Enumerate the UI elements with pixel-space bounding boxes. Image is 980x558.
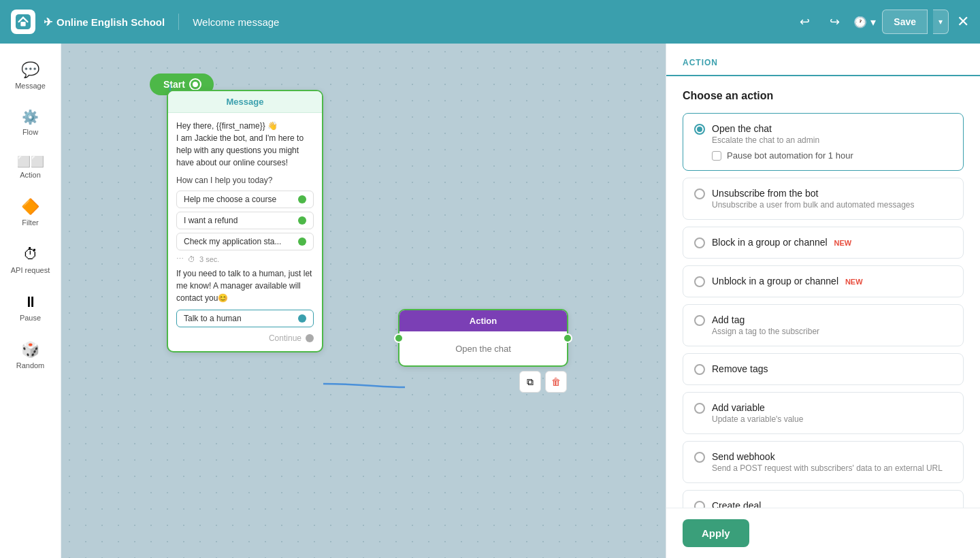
radio-send-webhook[interactable]	[694, 452, 705, 463]
option-open-chat-label: Open the chat	[712, 123, 952, 134]
message-text: Hey there, {{first_name}} 👋 I am Jackie …	[176, 120, 314, 169]
btn1-dot	[298, 216, 306, 225]
message-node[interactable]: Message Hey there, {{first_name}} 👋 I am…	[167, 90, 323, 352]
option-unblock-group-content: Unblock in a group or channel NEW	[712, 276, 952, 286]
option-add-variable[interactable]: Add variable Update a variable's value	[683, 392, 964, 434]
btn2-dot	[298, 237, 306, 246]
flow-icon: ⚙️	[22, 109, 39, 125]
header-title: Welcome message	[193, 16, 279, 28]
sidebar-item-api-label: API request	[11, 266, 50, 274]
action-node[interactable]: Action Open the chat ⧉ 🗑	[398, 309, 568, 367]
apply-button[interactable]: Apply	[683, 519, 749, 547]
random-icon: 🎲	[21, 341, 39, 359]
canvas-svg	[61, 44, 666, 558]
canvas[interactable]: Start Message Hey there, {{first_name}} …	[61, 44, 666, 558]
option-unsubscribe-content: Unsubscribe from the bot Unsubscribe a u…	[712, 188, 952, 210]
message-icon: 💬	[21, 61, 39, 79]
message-btn-1[interactable]: I want a refund	[176, 212, 314, 229]
action-node-tools: ⧉ 🗑	[519, 371, 567, 393]
option-add-tag-desc: Assign a tag to the subscriber	[712, 327, 952, 336]
option-send-webhook-content: Send webhook Send a POST request with su…	[712, 451, 952, 473]
message-question: How can I help you today?	[176, 176, 314, 185]
option-unblock-group[interactable]: Unblock in a group or channel NEW	[683, 265, 964, 297]
option-remove-tags-label: Remove tags	[712, 363, 952, 374]
option-unsubscribe[interactable]: Unsubscribe from the bot Unsubscribe a u…	[683, 178, 964, 220]
pause-automation-label: Pause bot automation for 1 hour	[727, 150, 853, 161]
sidebar-item-message[interactable]: 💬 Message	[5, 54, 56, 97]
sidebar-item-filter[interactable]: 🔶 Filter	[5, 191, 56, 233]
option-create-deal-label: Create deal	[712, 500, 952, 508]
radio-open-chat[interactable]	[694, 124, 705, 135]
close-button[interactable]: ✕	[957, 13, 969, 31]
panel-footer: Apply	[666, 508, 980, 558]
option-open-chat[interactable]: Open the chat Escalate the chat to an ad…	[683, 113, 964, 171]
sidebar-item-message-label: Message	[15, 82, 46, 90]
duplicate-node-button[interactable]: ⧉	[519, 371, 541, 393]
radio-remove-tags[interactable]	[694, 364, 705, 375]
sidebar-item-filter-label: Filter	[22, 218, 38, 227]
option-open-chat-content: Open the chat Escalate the chat to an ad…	[712, 123, 952, 145]
app-logo	[11, 10, 35, 34]
svg-rect-1	[20, 22, 25, 26]
option-add-tag[interactable]: Add tag Assign a tag to the subscriber	[683, 304, 964, 346]
redo-button[interactable]: ↪	[822, 10, 847, 34]
option-add-tag-content: Add tag Assign a tag to the subscriber	[712, 314, 952, 336]
action-node-header: Action	[399, 310, 567, 331]
option-unblock-group-label: Unblock in a group or channel NEW	[712, 276, 952, 286]
talk-btn[interactable]: Talk to a human	[176, 310, 314, 327]
sidebar-item-pause[interactable]: ⏸ Pause	[5, 286, 56, 329]
radio-unsubscribe[interactable]	[694, 188, 705, 199]
option-open-chat-sub: Pause bot automation for 1 hour	[712, 150, 952, 161]
start-dot	[191, 80, 200, 89]
action-icon: ⬜⬜	[17, 155, 44, 168]
continue-row: Continue	[176, 331, 314, 344]
save-dropdown-button[interactable]: ▾	[933, 10, 949, 34]
option-block-group-label: Block in a group or channel NEW	[712, 237, 952, 248]
radio-add-tag[interactable]	[694, 315, 705, 326]
message-btn-0[interactable]: Help me choose a course	[176, 191, 314, 208]
header: ✈ Online English School Welcome message …	[0, 0, 980, 44]
panel-section-title: Choose an action	[683, 90, 964, 102]
option-remove-tags[interactable]: Remove tags	[683, 353, 964, 385]
delete-node-button[interactable]: 🗑	[545, 371, 567, 393]
option-add-tag-label: Add tag	[712, 314, 952, 325]
message-btn-2[interactable]: Check my application sta...	[176, 233, 314, 250]
sidebar-item-api[interactable]: ⏱ API request	[5, 239, 56, 281]
right-panel: ACTION Choose an action Open the chat Es…	[666, 44, 980, 558]
option-create-deal-content: Create deal Add a deal to CRM	[712, 500, 952, 508]
history-button[interactable]: 🕐 ▾	[852, 10, 877, 34]
undo-button[interactable]: ↩	[792, 10, 817, 34]
option-block-group[interactable]: Block in a group or channel NEW	[683, 227, 964, 259]
option-create-deal[interactable]: Create deal Add a deal to CRM	[683, 490, 964, 508]
pause-icon: ⏸	[23, 293, 38, 311]
talk-btn-dot	[298, 314, 306, 323]
sidebar-item-action-label: Action	[20, 171, 41, 179]
action-node-body: Open the chat	[399, 331, 567, 365]
sidebar-item-flow-label: Flow	[22, 128, 38, 136]
radio-create-deal[interactable]	[694, 501, 705, 508]
message-node-body: Hey there, {{first_name}} 👋 I am Jackie …	[168, 113, 322, 351]
sidebar-item-flow[interactable]: ⚙️ Flow	[5, 102, 56, 143]
main-layout: 💬 Message ⚙️ Flow ⬜⬜ Action 🔶 Filter ⏱ A…	[0, 44, 980, 558]
radio-unblock-group[interactable]	[694, 276, 705, 287]
option-send-webhook[interactable]: Send webhook Send a POST request with su…	[683, 441, 964, 483]
radio-add-variable[interactable]	[694, 403, 705, 414]
pause-automation-checkbox[interactable]	[712, 151, 721, 161]
block-group-new-badge: NEW	[834, 239, 852, 247]
option-add-variable-label: Add variable	[712, 402, 952, 413]
message-text2: If you need to talk to a human, just let…	[176, 267, 314, 304]
save-button[interactable]: Save	[882, 10, 928, 34]
sidebar: 💬 Message ⚙️ Flow ⬜⬜ Action 🔶 Filter ⏱ A…	[0, 44, 61, 558]
action-left-connector	[394, 333, 404, 343]
header-divider	[178, 14, 179, 30]
delay-row: ⋯ ⏱ 3 sec.	[176, 255, 314, 263]
option-send-webhook-label: Send webhook	[712, 451, 952, 462]
option-unsubscribe-label: Unsubscribe from the bot	[712, 188, 952, 199]
filter-icon: 🔶	[21, 198, 39, 216]
unblock-group-new-badge: NEW	[845, 278, 863, 286]
radio-block-group[interactable]	[694, 237, 705, 248]
sidebar-item-random[interactable]: 🎲 Random	[5, 334, 56, 376]
panel-title: ACTION	[683, 58, 718, 67]
continue-dot	[306, 334, 314, 342]
sidebar-item-action[interactable]: ⬜⬜ Action	[5, 148, 56, 186]
